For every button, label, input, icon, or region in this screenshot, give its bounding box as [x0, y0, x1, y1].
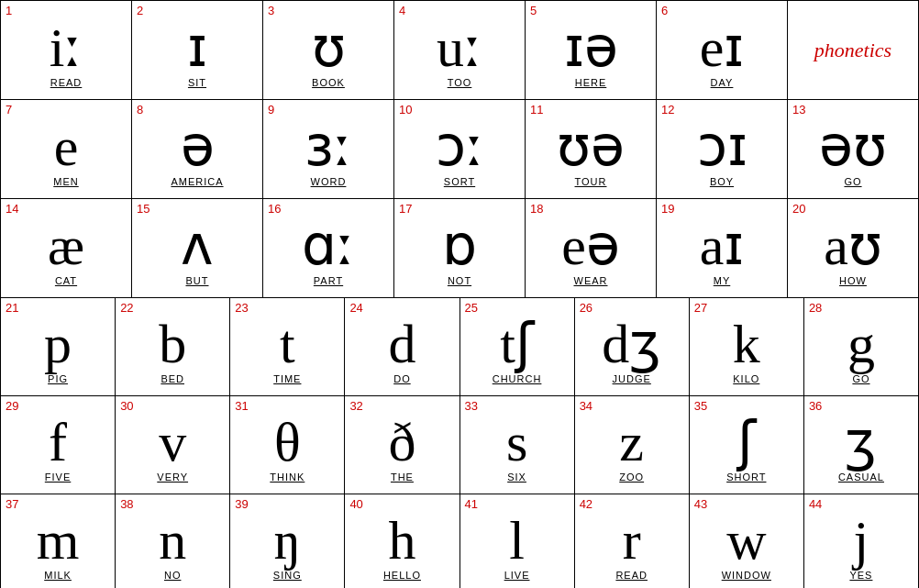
example-word: CASUAL: [806, 472, 916, 483]
example-word: SHORT: [692, 472, 802, 483]
example-word: READ: [3, 77, 129, 88]
example-word: MEN: [3, 176, 129, 187]
phonetic-cell: 41lLIVE: [460, 494, 574, 589]
cell-number: 44: [809, 497, 822, 511]
example-word: FIVE: [3, 472, 113, 483]
ipa-symbol: dʒ: [577, 316, 687, 372]
ipa-symbol: aɪ: [659, 218, 785, 273]
phonetic-cell: 22bBED: [116, 298, 230, 396]
ipa-symbol: ɔɪ: [659, 119, 785, 174]
example-word: HOW: [790, 275, 916, 286]
cell-number: 42: [580, 497, 592, 511]
example-word: AMERICA: [134, 176, 260, 187]
phonetic-cell: 10ɔːSORT: [394, 100, 526, 199]
phonetic-cell: 37mMILK: [1, 494, 116, 589]
ipa-symbol: ð: [347, 415, 457, 470]
example-word: DO: [347, 373, 457, 384]
ipa-symbol: ʊə: [527, 119, 654, 174]
example-word: READ: [577, 570, 687, 581]
example-word: BOY: [659, 176, 785, 187]
cell-number: 32: [349, 399, 362, 413]
example-word: LIVE: [462, 570, 572, 581]
phonetic-cell: 11ʊəTOUR: [526, 100, 657, 199]
phonetic-cell: 42rREAD: [574, 494, 689, 589]
ipa-symbol: m: [3, 513, 113, 568]
cell-number: 20: [792, 202, 805, 216]
ipa-symbol: ə: [134, 119, 260, 174]
cell-number: 5: [530, 4, 537, 17]
ipa-symbol: v: [117, 415, 227, 470]
example-word: SIT: [134, 77, 260, 88]
ipa-symbol: ʒ: [806, 415, 916, 470]
title-cell: phonetics: [788, 1, 919, 100]
phonetic-cell: 3ʊBOOK: [263, 1, 394, 100]
phonetic-cell: 28gGO: [803, 298, 918, 396]
example-word: GO: [790, 176, 916, 187]
cell-number: 34: [580, 399, 592, 413]
ipa-symbol: uː: [396, 20, 523, 75]
cell-number: 10: [399, 103, 412, 116]
cell-number: 26: [580, 301, 592, 315]
ipa-symbol: f: [3, 415, 113, 470]
ipa-symbol: ɪ: [134, 20, 260, 75]
phonetic-cell: 29fFIVE: [1, 396, 116, 494]
ipa-symbol: θ: [232, 415, 342, 470]
example-word: SIX: [462, 472, 572, 483]
phonetic-cell: 39ŋSING: [230, 494, 345, 589]
phonetic-cell: 12ɔɪBOY: [657, 100, 788, 199]
example-word: BOOK: [265, 77, 392, 88]
cell-number: 12: [661, 103, 674, 116]
phonetic-cell: 25tʃCHURCH: [460, 298, 574, 396]
ipa-symbol: eə: [527, 218, 654, 273]
cell-number: 6: [661, 4, 668, 17]
phonetic-cell: 13əʊGO: [788, 100, 919, 199]
example-word: SING: [232, 570, 342, 581]
ipa-symbol: r: [577, 513, 687, 568]
cell-number: 17: [399, 202, 412, 216]
example-word: TOUR: [527, 176, 654, 187]
phonetic-cell: 31θTHINK: [230, 396, 345, 494]
cell-number: 9: [268, 103, 274, 116]
ipa-symbol: ɜː: [265, 119, 392, 174]
phonetic-cell: 19aɪMY: [657, 199, 788, 298]
ipa-symbol: h: [347, 513, 457, 568]
example-word: DAY: [659, 77, 785, 88]
ipa-symbol: ŋ: [232, 513, 342, 568]
ipa-symbol: l: [462, 513, 572, 568]
phonetic-cell: 30vVERY: [116, 396, 230, 494]
cell-number: 24: [349, 301, 362, 315]
example-word: ZOO: [577, 472, 687, 483]
example-word: JUDGE: [577, 373, 687, 384]
ipa-symbol: æ: [3, 218, 129, 273]
example-word: TIME: [232, 373, 342, 384]
ipa-symbol: aʊ: [790, 218, 916, 273]
example-word: CAT: [3, 275, 129, 286]
example-word: MILK: [3, 570, 113, 581]
cell-number: 31: [235, 399, 248, 413]
cell-number: 11: [530, 103, 543, 116]
example-word: HELLO: [347, 570, 457, 581]
cell-number: 38: [120, 497, 133, 511]
cell-number: 25: [465, 301, 478, 315]
phonetic-cell: 24dDO: [345, 298, 460, 396]
example-word: BUT: [134, 275, 260, 286]
phonetic-cell: 7eMEN: [1, 100, 132, 199]
cell-number: 2: [137, 4, 143, 17]
ipa-symbol: ʃ: [692, 415, 802, 470]
example-word: PIG: [3, 373, 113, 384]
example-word: NOT: [396, 275, 523, 286]
ipa-symbol: p: [3, 316, 113, 372]
ipa-symbol: z: [577, 415, 687, 470]
ipa-symbol: eɪ: [659, 20, 785, 75]
cell-number: 40: [349, 497, 362, 511]
phonetic-cell: 36ʒCASUAL: [803, 396, 918, 494]
ipa-symbol: j: [806, 513, 916, 568]
ipa-symbol: ɑː: [265, 218, 392, 273]
phonetic-cell: 40hHELLO: [345, 494, 460, 589]
phonetic-cell: 15ʌBUT: [132, 199, 263, 298]
ipa-symbol: k: [692, 316, 802, 372]
phonetic-cell: 4uːTOO: [394, 1, 526, 100]
phonetic-cell: 44jYES: [803, 494, 918, 589]
phonetic-cell: 5ɪəHERE: [526, 1, 657, 100]
ipa-symbol: əʊ: [790, 119, 916, 174]
